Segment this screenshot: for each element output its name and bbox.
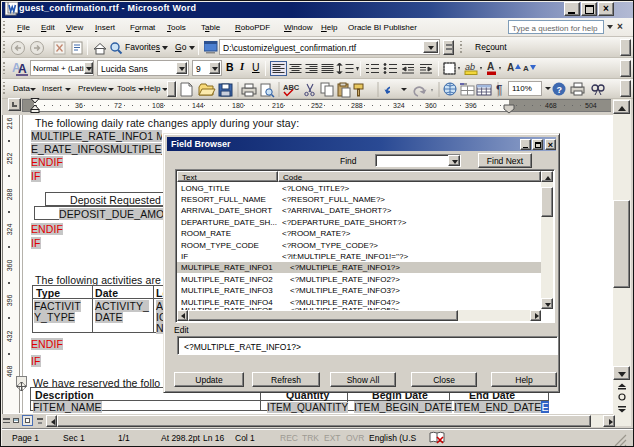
svg-text:?: ? [557, 85, 563, 95]
svg-text:A: A [507, 62, 514, 73]
svg-text:A: A [487, 61, 494, 72]
svg-text:A: A [18, 62, 27, 76]
svg-text:¶: ¶ [496, 83, 502, 97]
svg-text:A: A [523, 64, 529, 73]
